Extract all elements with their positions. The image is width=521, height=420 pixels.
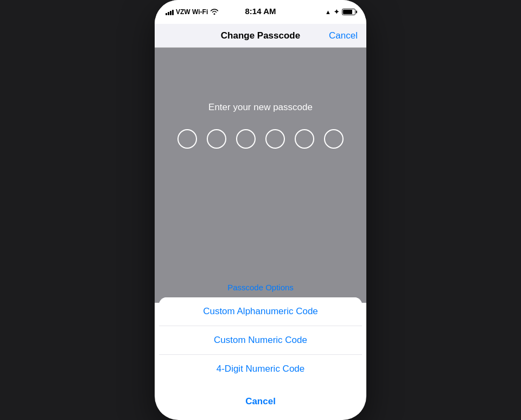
passcode-prompt: Enter your new passcode: [208, 102, 313, 113]
signal-icon: [166, 9, 174, 15]
nav-bar: Change Passcode Cancel: [155, 24, 366, 48]
passcode-dot-3: [236, 129, 256, 149]
passcode-dot-6: [324, 129, 344, 149]
passcode-dot-2: [207, 129, 226, 149]
status-bar: VZW Wi-Fi 8:14 AM ▲ ✦: [155, 0, 366, 24]
action-sheet-item-four-digit[interactable]: 4-Digit Numeric Code: [159, 355, 362, 383]
status-time: 8:14 AM: [245, 7, 276, 16]
action-sheet-item-numeric[interactable]: Custom Numeric Code: [159, 326, 362, 355]
battery-icon: [342, 9, 355, 15]
passcode-dot-4: [265, 129, 285, 149]
wifi-icon: [210, 8, 219, 16]
main-content: Enter your new passcode Passcode Options: [155, 48, 366, 303]
phone-frame: VZW Wi-Fi 8:14 AM ▲ ✦ Change Passcode Ca…: [155, 0, 366, 420]
passcode-dot-5: [295, 129, 314, 149]
status-right: ▲ ✦: [325, 8, 355, 16]
nav-title: Change Passcode: [221, 30, 300, 41]
passcode-options-link[interactable]: Passcode Options: [227, 283, 294, 292]
action-sheet-container: Custom Alphanumeric Code Custom Numeric …: [155, 297, 366, 420]
battery-fill: [343, 10, 352, 14]
bluetooth-icon: ✦: [334, 8, 339, 16]
nav-cancel-button[interactable]: Cancel: [329, 30, 358, 41]
passcode-dots: [177, 129, 344, 149]
action-sheet-item-alphanumeric[interactable]: Custom Alphanumeric Code: [159, 297, 362, 326]
action-sheet-cancel-button[interactable]: Cancel: [159, 387, 362, 416]
carrier-label: VZW Wi-Fi: [176, 8, 208, 16]
passcode-dot-1: [177, 129, 197, 149]
location-icon: ▲: [325, 9, 331, 15]
status-left: VZW Wi-Fi: [166, 8, 219, 16]
action-sheet: Custom Alphanumeric Code Custom Numeric …: [159, 297, 362, 383]
